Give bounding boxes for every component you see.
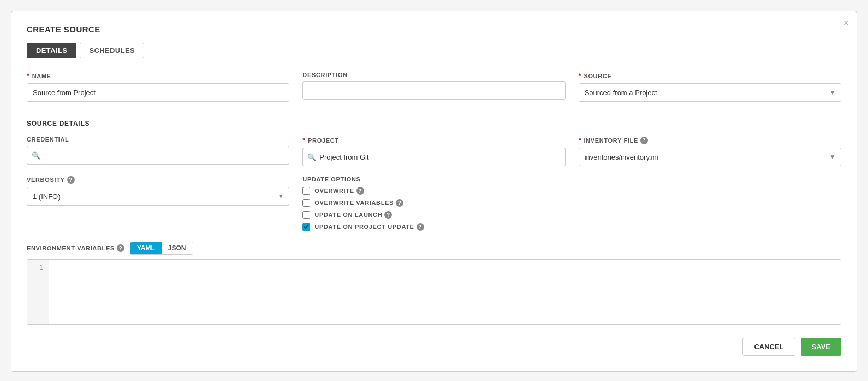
col-source: * SOURCE Sourced from a Project From a P… [579, 72, 841, 102]
verbosity-select[interactable]: 0 (WARNING) 1 (INFO) 2 (DEBUG) 3 (DEBUG+… [27, 187, 289, 206]
line-numbers: 1 [27, 260, 49, 324]
env-vars-editor: 1 --- [27, 259, 841, 325]
name-label: * NAME [27, 72, 289, 80]
create-source-modal: × CREATE SOURCE DETAILS SCHEDULES * NAME… [11, 11, 857, 372]
update-options-list: OVERWRITE ? OVERWRITE VARIABLES ? UPDATE… [302, 187, 841, 231]
project-search-icon: 🔍 [307, 153, 316, 161]
modal-footer: CANCEL SAVE [27, 338, 841, 356]
project-search-input[interactable] [319, 153, 560, 161]
verbosity-select-wrapper: 0 (WARNING) 1 (INFO) 2 (DEBUG) 3 (DEBUG+… [27, 187, 289, 206]
credential-label: CREDENTIAL [27, 136, 289, 143]
json-toggle-button[interactable]: JSON [162, 242, 193, 254]
inventory-help-icon[interactable]: ? [640, 137, 648, 144]
name-input[interactable] [27, 83, 289, 102]
col-update-options: UPDATE OPTIONS OVERWRITE ? OVERWRITE VAR… [302, 176, 841, 231]
source-required-star: * [579, 72, 582, 80]
row-credential-project-inventory: CREDENTIAL 🔍 * PROJECT 🔍 * INVENTORY FIL… [27, 136, 841, 166]
update-on-project-update-checkbox[interactable] [302, 223, 310, 231]
project-label: * PROJECT [302, 136, 565, 144]
overwrite-help-icon[interactable]: ? [356, 187, 364, 195]
format-toggle-group: YAML JSON [130, 242, 193, 255]
source-select[interactable]: Sourced from a Project From a Project Cu… [579, 83, 841, 102]
update-on-launch-label: UPDATE ON LAUNCH ? [314, 211, 392, 219]
credential-search-input[interactable] [44, 151, 284, 160]
inventory-file-select[interactable]: inventories/inventory.ini [579, 148, 841, 166]
description-label: DESCRIPTION [302, 72, 565, 78]
update-on-launch-row: UPDATE ON LAUNCH ? [302, 211, 841, 219]
verbosity-help-icon[interactable]: ? [67, 176, 75, 184]
update-on-launch-help-icon[interactable]: ? [384, 211, 392, 219]
col-inventory-file: * INVENTORY FILE ? inventories/inventory… [579, 136, 841, 166]
overwrite-row: OVERWRITE ? [302, 187, 841, 195]
update-on-project-update-label: UPDATE ON PROJECT UPDATE ? [314, 223, 424, 231]
col-credential: CREDENTIAL 🔍 [27, 136, 289, 166]
overwrite-checkbox[interactable] [302, 187, 310, 195]
update-on-project-update-row: UPDATE ON PROJECT UPDATE ? [302, 223, 841, 231]
env-vars-textarea[interactable]: --- [49, 260, 841, 324]
overwrite-vars-checkbox[interactable] [302, 199, 310, 207]
source-select-wrapper: Sourced from a Project From a Project Cu… [579, 83, 841, 102]
credential-search-icon: 🔍 [32, 151, 40, 160]
col-verbosity: VERBOSITY ? 0 (WARNING) 1 (INFO) 2 (DEBU… [27, 176, 289, 231]
tab-bar: DETAILS SCHEDULES [27, 43, 841, 58]
overwrite-vars-row: OVERWRITE VARIABLES ? [302, 199, 841, 207]
modal-title: CREATE SOURCE [27, 25, 841, 34]
col-name: * NAME [27, 72, 289, 102]
update-options-title: UPDATE OPTIONS [302, 176, 841, 183]
project-search-wrapper[interactable]: 🔍 [302, 148, 565, 166]
inventory-required-star: * [579, 136, 582, 144]
env-vars-section: ENVIRONMENT VARIABLES ? YAML JSON 1 --- [27, 242, 841, 325]
overwrite-label: OVERWRITE ? [314, 187, 364, 195]
source-label: * SOURCE [579, 72, 841, 80]
project-required-star: * [302, 136, 306, 144]
overwrite-vars-label: OVERWRITE VARIABLES ? [314, 199, 403, 207]
inventory-file-select-wrapper: inventories/inventory.ini ▼ [579, 148, 841, 166]
yaml-toggle-button[interactable]: YAML [130, 242, 162, 254]
row-name-desc-source: * NAME DESCRIPTION * SOURCE Sourced from… [27, 72, 841, 102]
inventory-file-label: * INVENTORY FILE ? [579, 136, 841, 144]
update-on-project-update-help-icon[interactable]: ? [417, 223, 424, 231]
col-project: * PROJECT 🔍 [302, 136, 565, 166]
overwrite-vars-help-icon[interactable]: ? [396, 199, 403, 207]
name-required-star: * [27, 72, 30, 80]
description-input[interactable] [302, 81, 565, 100]
tab-schedules[interactable]: SCHEDULES [80, 43, 144, 58]
col-description: DESCRIPTION [302, 72, 565, 102]
close-button[interactable]: × [843, 18, 849, 28]
tab-details[interactable]: DETAILS [27, 43, 76, 58]
env-vars-label: ENVIRONMENT VARIABLES ? [27, 244, 124, 252]
source-details-section-title: SOURCE DETAILS [27, 112, 841, 127]
row-verbosity-update: VERBOSITY ? 0 (WARNING) 1 (INFO) 2 (DEBU… [27, 176, 841, 231]
env-vars-header: ENVIRONMENT VARIABLES ? YAML JSON [27, 242, 841, 255]
cancel-button[interactable]: CANCEL [742, 338, 795, 356]
update-on-launch-checkbox[interactable] [302, 211, 310, 219]
credential-search-wrapper[interactable]: 🔍 [27, 146, 289, 165]
save-button[interactable]: SAVE [801, 338, 841, 356]
env-vars-help-icon[interactable]: ? [117, 244, 124, 252]
verbosity-label: VERBOSITY ? [27, 176, 289, 184]
